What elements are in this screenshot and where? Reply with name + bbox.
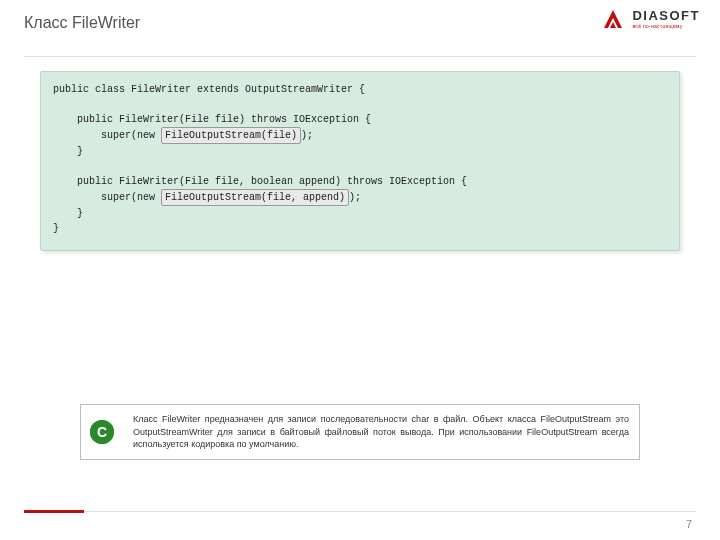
code-line: } [53,208,83,219]
logo-mark-icon [600,6,626,32]
header-divider [24,56,696,57]
info-text: Класс FileWriter предназначен для записи… [123,405,639,459]
code-block: public class FileWriter extends OutputSt… [40,71,680,251]
code-line: public FileWriter(File file, boolean app… [53,176,467,187]
code-line: super(new [53,192,161,203]
footer-accent [24,510,84,513]
brand-tagline: всё по-настоящему [632,24,700,29]
code-line: public class FileWriter extends OutputSt… [53,84,365,95]
footer-divider [24,511,696,512]
code-line: } [53,223,59,234]
info-box: C Класс FileWriter предназначен для запи… [80,404,640,460]
code-highlight: FileOutputStream(file, append) [161,189,349,206]
code-line: ); [301,130,313,141]
brand-name: DIASOFT [632,9,700,22]
slide-title: Класс FileWriter [24,14,696,32]
brand-logo: DIASOFT всё по-настоящему [600,6,700,32]
info-badge-icon: C [90,420,114,444]
code-line: super(new [53,130,161,141]
page-number: 7 [686,518,692,530]
code-highlight: FileOutputStream(file) [161,127,301,144]
code-line: public FileWriter(File file) throws IOEx… [53,114,371,125]
code-line: ); [349,192,361,203]
info-badge-wrap: C [81,405,123,459]
slide-header: Класс FileWriter DIASOFT всё по-настояще… [0,0,720,50]
code-line: } [53,146,83,157]
